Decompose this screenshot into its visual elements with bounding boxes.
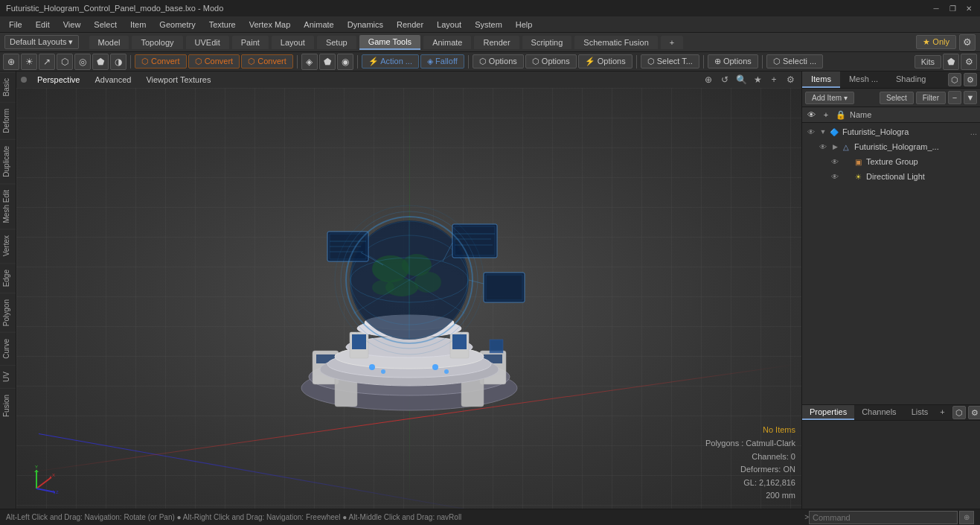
options-button-2[interactable]: ⬡ Options <box>525 54 577 69</box>
default-layouts-dropdown[interactable]: Default Layouts ▾ <box>4 35 79 49</box>
panel-gear-icon[interactable]: ⚙ <box>964 73 977 86</box>
tool-icon-2[interactable]: ☀ <box>21 54 37 70</box>
vp-ctrl-gear[interactable]: ⚙ <box>784 73 797 86</box>
sidebar-tab-vertex[interactable]: Vertex <box>0 229 16 262</box>
select-button[interactable]: Select <box>880 92 914 104</box>
selecti-button[interactable]: ⬡ Selecti ... <box>766 54 823 69</box>
prop-tab-channels[interactable]: Channels <box>854 405 903 420</box>
viewport-tab-textures[interactable]: Viewport Textures <box>141 74 215 86</box>
tool-icon-6[interactable]: ⬟ <box>92 54 109 70</box>
menu-help[interactable]: Help <box>510 19 539 31</box>
expand-icon[interactable]: ⬡ <box>948 73 961 86</box>
menu-dynamics[interactable]: Dynamics <box>342 19 389 31</box>
tool-icon-10[interactable]: ◉ <box>337 54 353 70</box>
viewport-tab-advanced[interactable]: Advanced <box>90 74 135 86</box>
star-only-button[interactable]: ★ Only <box>916 35 956 49</box>
cmd-execute-button[interactable]: ⊕ <box>959 511 974 524</box>
vis-toggle-3[interactable]: 👁 <box>829 171 841 182</box>
tool-icon-3[interactable]: ↗ <box>39 54 55 70</box>
vp-ctrl-search[interactable]: 🔍 <box>734 73 748 86</box>
menu-texture[interactable]: Texture <box>203 19 242 31</box>
expand-1[interactable]: ▶ <box>830 142 839 151</box>
viewport[interactable]: Perspective Advanced Viewport Textures ⊕… <box>16 71 801 509</box>
vis-toggle-1[interactable]: 👁 <box>817 141 829 153</box>
vp-ctrl-star[interactable]: ★ <box>751 73 764 86</box>
prop-expand-icon[interactable]: ⬡ <box>952 406 966 419</box>
sidebar-tab-curve[interactable]: Curve <box>0 332 16 365</box>
minus-button[interactable]: − <box>948 91 961 104</box>
tab-schematic-fusion[interactable]: Schematic Fusion <box>574 36 657 49</box>
menu-animate[interactable]: Animate <box>298 19 339 31</box>
plus-col-icon[interactable]: + <box>820 109 832 121</box>
gear-settings-button[interactable]: ⚙ <box>959 34 976 51</box>
tab-scripting[interactable]: Scripting <box>522 36 572 49</box>
menu-layout[interactable]: Layout <box>431 19 467 31</box>
options-button-1[interactable]: ⬡ Options <box>473 54 524 69</box>
menu-view[interactable]: View <box>57 19 87 31</box>
menu-render[interactable]: Render <box>391 19 429 31</box>
expand-0[interactable]: ▼ <box>819 127 827 136</box>
sidebar-tab-mesh-edit[interactable]: Mesh Edit <box>0 183 16 229</box>
lock-col-icon[interactable]: 🔒 <box>835 109 847 121</box>
tool-icon-9[interactable]: ⬟ <box>319 54 336 70</box>
sidebar-tab-duplicate[interactable]: Duplicate <box>0 139 16 183</box>
menu-edit[interactable]: Edit <box>30 19 56 31</box>
sidebar-tab-uv[interactable]: UV <box>0 365 16 388</box>
filter-button[interactable]: Filter <box>916 92 946 104</box>
select-t-button[interactable]: ⬡ Select T... <box>641 54 699 69</box>
options-right-button[interactable]: ⊕ Options <box>708 54 758 69</box>
prop-tab-properties[interactable]: Properties <box>802 405 854 420</box>
convert-button-3[interactable]: ⬡ Convert <box>241 54 293 69</box>
menu-item[interactable]: Item <box>124 19 152 31</box>
tab-shading[interactable]: Shading <box>887 71 935 88</box>
convert-button-2[interactable]: ⬡ Convert <box>188 54 240 69</box>
prop-gear-icon[interactable]: ⚙ <box>968 406 980 419</box>
tab-animate[interactable]: Animate <box>423 36 471 49</box>
minimize-button[interactable]: ─ <box>931 3 941 13</box>
unreal-icon[interactable]: ⚙ <box>961 54 977 70</box>
tab-paint[interactable]: Paint <box>232 36 269 49</box>
maximize-button[interactable]: ❐ <box>947 3 958 13</box>
tree-item-0[interactable]: 👁 ▼ 🔷 Futuristic_Hologra ... <box>802 124 980 139</box>
convert-button-1[interactable]: ⬡ Convert <box>135 54 187 69</box>
viewport-tab-perspective[interactable]: Perspective <box>33 74 84 86</box>
sidebar-tab-polygon[interactable]: Polygon <box>0 293 16 332</box>
prop-add-button[interactable]: + <box>935 405 949 420</box>
tab-layout[interactable]: Layout <box>272 36 314 49</box>
command-input[interactable] <box>809 511 958 524</box>
tab-topology[interactable]: Topology <box>132 36 182 49</box>
tab-model[interactable]: Model <box>89 36 129 49</box>
options-button-3[interactable]: ⚡ Options <box>578 54 632 69</box>
prop-tab-lists[interactable]: Lists <box>904 405 936 420</box>
vp-ctrl-rotate[interactable]: ↺ <box>718 73 731 86</box>
menu-file[interactable]: File <box>3 19 28 31</box>
tab-mesh[interactable]: Mesh ... <box>840 71 887 88</box>
kits-button[interactable]: Kits <box>915 55 941 69</box>
sidebar-tab-fusion[interactable]: Fusion <box>0 388 16 423</box>
tree-item-1[interactable]: 👁 ▶ △ Futuristic_Hologram_... <box>814 139 980 154</box>
kits-icon[interactable]: ⬟ <box>943 54 959 70</box>
filter-icon[interactable]: ▼ <box>964 91 977 104</box>
tab-setup[interactable]: Setup <box>317 36 356 49</box>
tab-items[interactable]: Items <box>802 71 840 88</box>
vp-ctrl-plus[interactable]: + <box>767 73 781 86</box>
add-item-button[interactable]: Add Item ▾ <box>805 92 854 104</box>
sidebar-tab-edge[interactable]: Edge <box>0 263 16 293</box>
tool-icon-8[interactable]: ◈ <box>301 54 318 70</box>
menu-geometry[interactable]: Geometry <box>153 19 201 31</box>
sidebar-tab-basic[interactable]: Basic <box>0 71 16 102</box>
action-button[interactable]: ⚡ Action ... <box>362 54 419 69</box>
vis-toggle-2[interactable]: 👁 <box>829 156 841 168</box>
vp-ctrl-target[interactable]: ⊕ <box>702 73 715 86</box>
expand-3[interactable] <box>842 172 851 181</box>
tab-plus[interactable]: + <box>661 36 683 49</box>
sidebar-tab-deform[interactable]: Deform <box>0 102 16 139</box>
tool-icon-1[interactable]: ⊕ <box>3 54 19 70</box>
tree-item-2[interactable]: 👁 ▣ Texture Group <box>826 154 980 169</box>
tool-icon-7[interactable]: ◑ <box>110 54 126 70</box>
menu-select[interactable]: Select <box>88 19 123 31</box>
expand-2[interactable] <box>842 157 851 166</box>
falloff-button[interactable]: ◈ Falloff <box>420 54 464 69</box>
tab-uvedit[interactable]: UVEdit <box>186 36 229 49</box>
tab-render[interactable]: Render <box>474 36 519 49</box>
